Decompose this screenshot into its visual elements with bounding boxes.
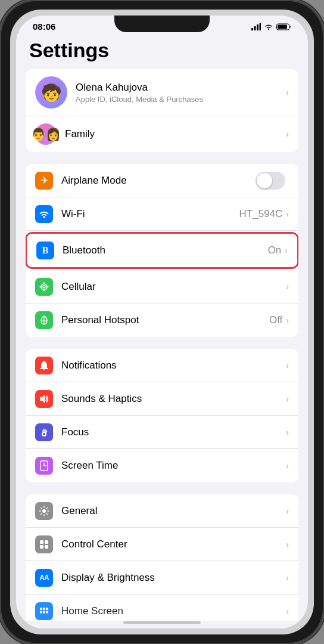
chevron-icon: › <box>286 461 289 470</box>
hotspot-text: Personal Hotspot <box>61 314 269 326</box>
chevron-icon: › <box>286 394 289 404</box>
family-avatar: 👨‍👩 <box>35 123 57 145</box>
settings-row-focus[interactable]: Focus › <box>26 416 298 449</box>
notch <box>114 16 210 32</box>
phone-frame: 08:06 <box>0 0 324 644</box>
svg-rect-3 <box>260 23 261 30</box>
chevron-icon: › <box>286 573 289 583</box>
battery-icon <box>276 23 291 30</box>
settings-group-notifications: Notifications › <box>26 349 298 482</box>
sounds-title: Sounds & Haptics <box>61 393 286 405</box>
settings-row-bluetooth[interactable]: B Bluetooth On › <box>27 234 297 267</box>
svg-rect-0 <box>251 28 253 30</box>
hotspot-icon <box>35 311 53 329</box>
bluetooth-text: Bluetooth <box>63 244 268 256</box>
general-text: General <box>61 505 286 517</box>
chevron-icon: › <box>285 246 288 255</box>
wifi-value: HT_594C <box>239 208 283 220</box>
svg-rect-6 <box>278 24 287 29</box>
display-icon: AA <box>35 569 53 587</box>
settings-row-notifications[interactable]: Notifications › <box>26 349 298 382</box>
svg-point-7 <box>43 216 45 218</box>
wifi-status-icon <box>264 23 273 30</box>
scroll-content[interactable]: Settings 🧒 Olena Kahujova Apple ID, iClo… <box>16 34 308 621</box>
settings-group-account: 🧒 Olena Kahujova Apple ID, iCloud, Media… <box>26 69 298 152</box>
settings-row-general[interactable]: General › <box>26 494 298 528</box>
settings-group-connectivity: ✈ Airplane Mode <box>26 164 298 337</box>
wifi-icon <box>35 205 53 223</box>
controlcenter-title: Control Center <box>61 538 286 550</box>
controlcenter-icon <box>35 535 53 553</box>
general-title: General <box>61 505 286 517</box>
svg-rect-1 <box>254 26 256 30</box>
focus-text: Focus <box>61 426 286 438</box>
svg-point-8 <box>41 284 47 290</box>
chevron-icon: › <box>286 606 289 616</box>
svg-point-9 <box>43 286 45 288</box>
hotspot-title: Personal Hotspot <box>61 314 269 326</box>
svg-rect-25 <box>40 545 43 549</box>
display-text: Display & Brightness <box>61 572 286 584</box>
airplane-icon: ✈ <box>35 172 53 190</box>
profile-name: Olena Kahujova <box>76 82 286 94</box>
svg-rect-23 <box>40 540 43 544</box>
settings-row-family[interactable]: 👨‍👩 Family › <box>26 116 298 152</box>
status-time: 08:06 <box>33 21 55 32</box>
notifications-icon <box>35 357 53 374</box>
bluetooth-icon: B <box>36 242 54 259</box>
settings-row-wifi[interactable]: Wi-Fi HT_594C › <box>26 197 298 231</box>
airplane-toggle[interactable] <box>256 172 285 190</box>
airplane-toggle-switch[interactable] <box>256 172 285 190</box>
settings-row-controlcenter[interactable]: Control Center › <box>26 528 298 561</box>
screentime-text: Screen Time <box>61 460 286 472</box>
settings-row-screentime[interactable]: Screen Time › <box>26 449 298 482</box>
notifications-text: Notifications <box>61 360 286 371</box>
bluetooth-highlight-wrapper: B Bluetooth On › <box>26 232 298 269</box>
page-title: Settings <box>16 34 308 69</box>
chevron-icon: › <box>286 428 289 437</box>
settings-row-sounds[interactable]: Sounds & Haptics › <box>26 382 298 416</box>
chevron-icon: › <box>286 88 289 97</box>
chevron-icon: › <box>286 540 289 549</box>
screentime-icon <box>35 457 53 475</box>
chevron-icon: › <box>286 129 289 139</box>
svg-rect-31 <box>43 611 45 614</box>
homescreen-icon <box>35 602 53 620</box>
airplane-title: Airplane Mode <box>61 175 256 187</box>
profile-text: Olena Kahujova Apple ID, iCloud, Media &… <box>76 82 286 104</box>
svg-point-22 <box>42 509 46 513</box>
airplane-text: Airplane Mode <box>61 175 256 187</box>
svg-marker-16 <box>40 395 45 403</box>
svg-rect-2 <box>257 24 258 30</box>
notifications-title: Notifications <box>61 360 286 371</box>
chevron-icon: › <box>286 315 289 325</box>
cellular-text: Cellular <box>61 281 286 293</box>
homescreen-title: Home Screen <box>61 605 286 617</box>
settings-row-airplane[interactable]: ✈ Airplane Mode <box>26 164 298 197</box>
sounds-icon <box>35 390 53 408</box>
chevron-icon: › <box>286 282 289 292</box>
hotspot-value: Off <box>269 314 282 326</box>
general-icon <box>35 502 53 520</box>
controlcenter-text: Control Center <box>61 538 286 550</box>
phone-inner: 08:06 <box>10 10 314 634</box>
chevron-icon: › <box>286 506 289 516</box>
svg-rect-27 <box>40 608 42 610</box>
settings-row-homescreen[interactable]: Home Screen › <box>26 595 298 621</box>
focus-icon <box>35 423 53 441</box>
svg-rect-26 <box>45 545 48 549</box>
avatar: 🧒 <box>35 76 67 109</box>
status-icons <box>251 23 291 30</box>
display-title: Display & Brightness <box>61 572 286 584</box>
bluetooth-title: Bluetooth <box>63 244 268 256</box>
svg-point-18 <box>43 433 45 435</box>
settings-row-cellular[interactable]: Cellular › <box>26 270 298 304</box>
settings-row-profile[interactable]: 🧒 Olena Kahujova Apple ID, iCloud, Media… <box>26 69 298 116</box>
chevron-icon: › <box>286 209 289 219</box>
svg-rect-29 <box>46 608 48 610</box>
cellular-icon <box>35 278 53 296</box>
settings-row-hotspot[interactable]: Personal Hotspot Off › <box>26 304 298 337</box>
wifi-text: Wi-Fi <box>61 208 239 220</box>
svg-rect-28 <box>43 608 45 610</box>
settings-row-display[interactable]: AA Display & Brightness › <box>26 561 298 595</box>
